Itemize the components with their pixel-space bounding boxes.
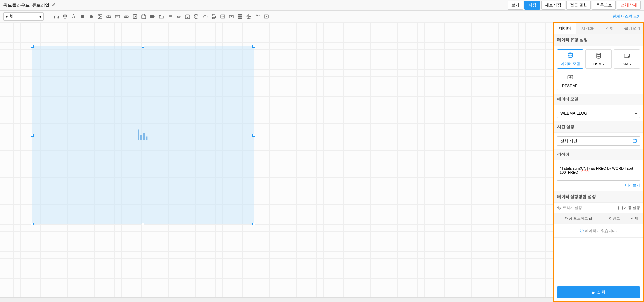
gear-icon bbox=[557, 206, 561, 210]
type-card-dsms[interactable]: DSMS bbox=[585, 49, 612, 69]
mixed-chart-icon[interactable] bbox=[253, 12, 262, 21]
grid-icon[interactable] bbox=[236, 12, 244, 21]
table-row-empty: ⓘ데이터가 없습니다. bbox=[554, 224, 643, 238]
edit-title-icon[interactable] bbox=[52, 3, 56, 8]
layer-select[interactable]: 전체 ▾ bbox=[3, 12, 44, 21]
svg-text:TAG: TAG bbox=[177, 16, 180, 17]
svg-rect-9 bbox=[142, 15, 146, 19]
tag-icon[interactable]: TAG bbox=[175, 12, 183, 21]
canvas-scrollbar[interactable] bbox=[0, 297, 553, 302]
model-select-value: WEBMAILLOG bbox=[560, 111, 587, 116]
time-select[interactable]: 전체 시간 bbox=[557, 136, 640, 146]
chart-widget[interactable] bbox=[32, 46, 254, 224]
tab-import[interactable]: 불러오기 bbox=[621, 23, 643, 34]
html-icon[interactable]: HTML bbox=[218, 12, 227, 21]
add-panel-icon[interactable] bbox=[262, 12, 270, 21]
rest-api-icon bbox=[567, 74, 574, 82]
list-button[interactable]: 목록으로 bbox=[592, 1, 616, 10]
section-time-title: 시간 설정 bbox=[554, 121, 643, 133]
dsms-icon bbox=[595, 52, 602, 61]
trigger-settings[interactable]: 트리거 설정 bbox=[557, 205, 582, 210]
square-icon[interactable] bbox=[78, 12, 87, 21]
tab-visual[interactable]: 시각화 bbox=[576, 23, 599, 34]
resize-handle-tm[interactable] bbox=[142, 45, 144, 48]
type-card-sms[interactable]: SMS bbox=[614, 49, 640, 69]
svg-point-4 bbox=[99, 15, 100, 16]
delete-all-button[interactable]: 전체삭제 bbox=[617, 1, 641, 10]
svg-point-2 bbox=[90, 15, 93, 18]
main-area: 데이터 시각화 객체 불러오기 데이터 유형 설정 데이터 모델 DSMS bbox=[0, 22, 644, 302]
resize-handle-br[interactable] bbox=[252, 223, 255, 225]
version-link[interactable]: 전체 버스역 보기 bbox=[613, 14, 641, 19]
header-left: 워드클라우드_튜토리얼 bbox=[3, 2, 56, 8]
type-grid: 데이터 모델 DSMS SMS REST API bbox=[557, 49, 640, 90]
svg-point-27 bbox=[628, 56, 630, 57]
section-exec-title: 데이터 실행방법 설정 bbox=[554, 191, 643, 203]
tab-data[interactable]: 데이터 bbox=[554, 23, 576, 34]
type-label: 데이터 모델 bbox=[561, 61, 580, 66]
save-as-button[interactable]: 새로저장 bbox=[541, 1, 565, 10]
col-object-id: 대상 오브젝트 id bbox=[554, 213, 603, 224]
resize-handle-ml[interactable] bbox=[31, 134, 34, 137]
resize-handle-tl[interactable] bbox=[31, 45, 34, 48]
list-icon[interactable] bbox=[166, 12, 174, 21]
cloud-icon[interactable] bbox=[201, 12, 209, 21]
balance-icon[interactable] bbox=[245, 12, 253, 21]
chart-placeholder-icon bbox=[136, 128, 150, 143]
resize-handle-mr[interactable] bbox=[252, 134, 255, 137]
section-model-title: 데이터 모델 bbox=[554, 94, 643, 105]
col-event: 이벤트 bbox=[603, 213, 626, 224]
run-button[interactable]: ▶ 실행 bbox=[557, 286, 640, 298]
section-query-title: 검색어 bbox=[554, 149, 643, 160]
page-title: 워드클라우드_튜토리얼 bbox=[3, 2, 49, 8]
print-icon[interactable] bbox=[210, 12, 218, 21]
resize-handle-bl[interactable] bbox=[31, 223, 34, 225]
auto-exec-checkbox[interactable] bbox=[618, 206, 623, 210]
text-icon[interactable]: A bbox=[70, 12, 78, 21]
type-card-model[interactable]: 데이터 모델 bbox=[557, 49, 583, 69]
calendar-icon bbox=[632, 138, 637, 144]
save-button[interactable]: 저장 bbox=[524, 1, 540, 10]
chevron-down-icon: ▾ bbox=[39, 14, 41, 19]
panel-footer: ▶ 실행 bbox=[554, 283, 643, 301]
image-icon[interactable] bbox=[96, 12, 104, 21]
model-section: WEBMAILLOG ▾ bbox=[554, 105, 643, 121]
canvas[interactable] bbox=[0, 22, 553, 302]
time-section: 전체 시간 bbox=[554, 133, 643, 149]
label-icon[interactable] bbox=[148, 12, 157, 21]
type-card-rest[interactable]: REST API bbox=[557, 71, 583, 90]
resize-handle-bm[interactable] bbox=[142, 223, 144, 225]
map-pin-icon[interactable] bbox=[61, 12, 69, 21]
query-input[interactable]: * | stats sum(CNT) as FREQ by WORD | sor… bbox=[557, 164, 640, 181]
resize-handle-tr[interactable] bbox=[252, 45, 255, 48]
svg-rect-12 bbox=[185, 15, 190, 19]
tab-object[interactable]: 객체 bbox=[599, 23, 621, 34]
svg-text:HTML: HTML bbox=[221, 16, 224, 18]
button-icon[interactable] bbox=[122, 12, 130, 21]
layer-select-label: 전체 bbox=[6, 13, 14, 19]
refresh-icon[interactable] bbox=[192, 12, 200, 21]
checkbox-icon[interactable] bbox=[131, 12, 139, 21]
preview-link[interactable]: 미리보기 bbox=[557, 183, 640, 188]
auto-exec-toggle[interactable]: 자동 실행 bbox=[618, 205, 640, 210]
view-button[interactable]: 보기 bbox=[508, 1, 523, 10]
time-select-value: 전체 시간 bbox=[560, 138, 577, 144]
calendar-icon[interactable] bbox=[140, 12, 148, 21]
bar-chart-icon[interactable] bbox=[52, 12, 60, 21]
model-select[interactable]: WEBMAILLOG ▾ bbox=[557, 109, 640, 118]
input-icon[interactable] bbox=[105, 12, 113, 21]
section-type-title: 데이터 유형 설정 bbox=[554, 34, 643, 46]
slide-icon[interactable] bbox=[227, 12, 235, 21]
access-button[interactable]: 접근 권한 bbox=[566, 1, 591, 10]
textbox-icon[interactable] bbox=[113, 12, 122, 21]
date-check-icon[interactable] bbox=[183, 12, 192, 21]
chevron-down-icon: ▾ bbox=[635, 111, 637, 116]
svg-point-30 bbox=[635, 141, 637, 142]
side-panel: 데이터 시각화 객체 불러오기 데이터 유형 설정 데이터 모델 DSMS bbox=[553, 22, 644, 302]
svg-point-25 bbox=[597, 53, 601, 54]
circle-icon[interactable] bbox=[87, 12, 95, 21]
play-icon: ▶ bbox=[592, 290, 595, 295]
type-label: REST API bbox=[562, 84, 578, 88]
data-model-icon bbox=[567, 52, 574, 60]
folder-icon[interactable] bbox=[157, 12, 165, 21]
